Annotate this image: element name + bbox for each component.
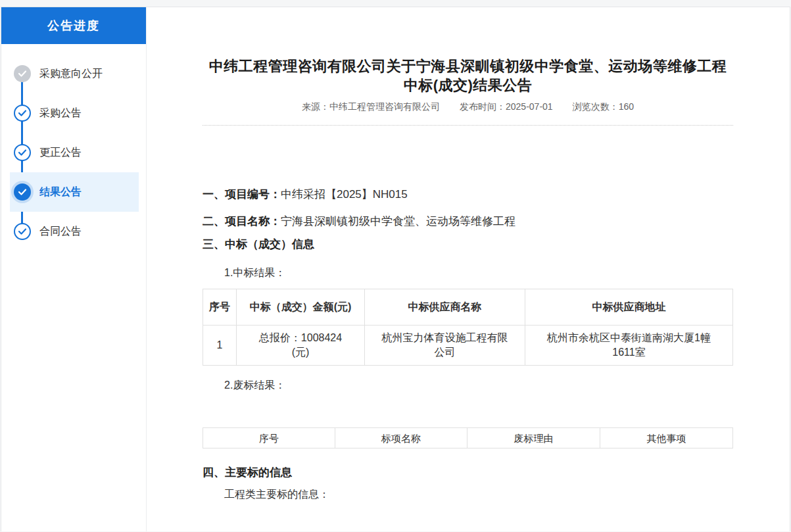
- step-label: 更正公告: [39, 146, 82, 160]
- cell-amount: 总报价：1008424 (元): [237, 326, 365, 366]
- cell-seq: 1: [203, 326, 237, 366]
- step-correction-notice[interactable]: 更正公告: [10, 133, 139, 172]
- table-row: 1 总报价：1008424 (元) 杭州宝力体育设施工程有限公司 杭州市余杭区中…: [203, 326, 733, 366]
- subsection-award-result: 1.中标结果：: [224, 265, 733, 281]
- check-circle-icon: [14, 105, 31, 122]
- check-circle-icon: [14, 144, 31, 161]
- header-seq: 序号: [203, 428, 335, 448]
- check-circle-icon: [14, 183, 31, 201]
- cell-supplier-address: 杭州市余杭区中泰街道南湖大厦1幢1611室: [525, 326, 733, 366]
- subsection-rejected-result: 2.废标结果：: [224, 377, 733, 393]
- header-other-matters: 其他事项: [600, 428, 733, 448]
- dotted-divider: [203, 125, 733, 126]
- header-supplier-name: 中标供应商名称: [365, 289, 525, 326]
- header-amount: 中标（成交）金额(元): [237, 289, 365, 326]
- step-purchase-intent[interactable]: 采购意向公开: [10, 54, 139, 93]
- check-circle-icon: [14, 223, 31, 240]
- article-body: 一、项目编号：中纬采招【2025】NH015 二、项目名称：宁海县深甽镇初级中学…: [203, 187, 733, 502]
- header-seq: 序号: [203, 289, 237, 326]
- page-title: 中纬工程管理咨询有限公司关于宁海县深甽镇初级中学食堂、运动场等维修工程中标(成交…: [203, 57, 733, 95]
- meta-source: 来源：中纬工程管理咨询有限公司: [302, 101, 440, 112]
- meta-view-count: 浏览次数：160: [573, 101, 634, 112]
- sidebar-title: 公告进度: [1, 7, 146, 44]
- cell-supplier-name: 杭州宝力体育设施工程有限公司: [365, 326, 525, 366]
- step-label: 结果公告: [39, 185, 82, 199]
- step-purchase-notice[interactable]: 采购公告: [10, 93, 139, 133]
- progress-sidebar: 公告进度 采购意向公开 采购公告 更正公告: [1, 7, 147, 531]
- step-contract-notice[interactable]: 合同公告: [10, 212, 139, 251]
- step-label: 采购公告: [39, 107, 82, 120]
- section-project-number: 一、项目编号：中纬采招【2025】NH015: [203, 187, 733, 203]
- header-lot-name: 标项名称: [335, 428, 467, 448]
- rejected-bid-table: 序号 标项名称 废标理由 其他事项: [203, 427, 733, 448]
- article-main: 中纬工程管理咨询有限公司关于宁海县深甽镇初级中学食堂、运动场等维修工程中标(成交…: [147, 7, 790, 531]
- article-meta: 来源：中纬工程管理咨询有限公司 发布时间：2025-07-01 浏览次数：160: [203, 101, 733, 112]
- check-circle-icon: [14, 65, 31, 82]
- table-header-row: 序号 中标（成交）金额(元) 中标供应商名称 中标供应商地址: [203, 289, 733, 326]
- section-main-subject-heading: 四、主要标的信息: [203, 465, 733, 481]
- meta-publish-date: 发布时间：2025-07-01: [460, 101, 553, 112]
- table-header-row: 序号 标项名称 废标理由 其他事项: [203, 428, 733, 448]
- section-award-info-heading: 三、中标（成交）信息: [203, 237, 733, 253]
- step-label: 采购意向公开: [39, 67, 103, 81]
- progress-steps: 采购意向公开 采购公告 更正公告 结果公告: [1, 44, 146, 251]
- step-result-notice[interactable]: 结果公告: [10, 172, 139, 212]
- page-container: 公告进度 采购意向公开 采购公告 更正公告: [1, 7, 790, 531]
- step-label: 合同公告: [39, 225, 82, 239]
- header-supplier-address: 中标供应商地址: [525, 289, 733, 326]
- subsection-engineering-subject: 工程类主要标的信息：: [224, 487, 733, 502]
- award-result-table: 序号 中标（成交）金额(元) 中标供应商名称 中标供应商地址 1 总报价：100…: [203, 289, 733, 366]
- header-reject-reason: 废标理由: [467, 428, 600, 448]
- section-project-name: 二、项目名称：宁海县深甽镇初级中学食堂、运动场等维修工程: [203, 214, 733, 230]
